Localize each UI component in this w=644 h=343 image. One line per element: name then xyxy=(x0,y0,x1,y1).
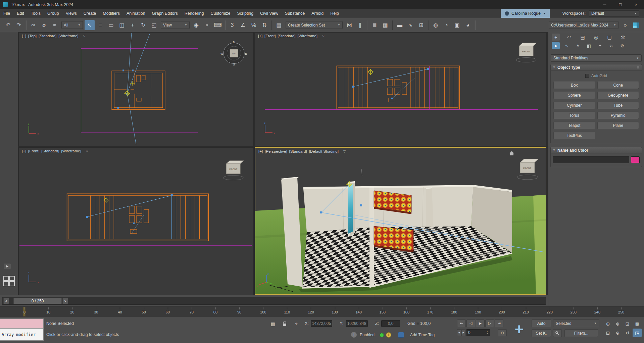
select-object-icon[interactable]: ↖ xyxy=(85,20,95,30)
transform-gizmo-marker[interactable] xyxy=(367,69,374,75)
next-frame-button[interactable]: > xyxy=(62,298,68,304)
workspace-layout-icon[interactable] xyxy=(631,20,641,30)
toggle-ribbon-icon[interactable]: ▬ xyxy=(395,20,405,30)
create-sphere-button[interactable]: Sphere xyxy=(553,92,595,99)
named-selection-dropdown[interactable]: Create Selection Set▼ xyxy=(286,21,343,29)
primitives-dropdown[interactable]: Standard Primitives ▼ xyxy=(551,54,642,62)
zoom-button[interactable]: ⊕ xyxy=(603,320,612,328)
key-selection-dropdown[interactable]: Selected ▼ xyxy=(553,320,599,327)
elevation-wireframe[interactable] xyxy=(67,194,209,241)
zoom-region-button[interactable]: ⊟ xyxy=(603,329,612,337)
curve-editor-icon[interactable]: ∿ xyxy=(405,20,415,30)
current-frame-field[interactable]: 0 ▲▼ xyxy=(466,329,490,336)
notification-badge[interactable]: 1 xyxy=(386,332,391,338)
plane-wireframe[interactable] xyxy=(81,49,198,133)
viewport-label-segment[interactable]: [Standard] xyxy=(278,34,295,38)
auto-key-button[interactable]: Auto xyxy=(532,320,551,327)
create-cone-button[interactable]: Cone xyxy=(597,82,639,89)
transform-gizmo-marker[interactable] xyxy=(124,90,130,96)
viewport-menu-button[interactable]: [+] xyxy=(258,34,262,38)
menu-create[interactable]: Create xyxy=(80,9,100,18)
create-cylinder-button[interactable]: Cylinder xyxy=(553,102,595,109)
cameras-category-icon[interactable]: ◧ xyxy=(585,42,593,49)
viewport-label-segment[interactable]: [Front] xyxy=(28,149,39,153)
transform-gizmo-marker[interactable] xyxy=(103,197,109,203)
redo-icon[interactable]: ↷ xyxy=(14,20,24,30)
create-pyramid-button[interactable]: Pyramid xyxy=(597,112,639,119)
viewport-filter-icon[interactable]: ▽ xyxy=(83,34,86,38)
elevation-wireframe[interactable] xyxy=(337,66,459,109)
compass-north[interactable]: N xyxy=(233,41,235,44)
menu-animation[interactable]: Animation xyxy=(123,9,149,18)
name-color-rollout-header[interactable]: ▼ Name and Color xyxy=(550,147,642,153)
viewcube[interactable]: FRONT xyxy=(516,43,537,62)
key-filter-icon[interactable] xyxy=(553,329,562,337)
systems-category-icon[interactable]: ⚙ xyxy=(618,42,626,49)
viewport-menu-button[interactable]: [+] xyxy=(22,34,26,38)
percent-snap-icon[interactable]: % xyxy=(249,20,259,30)
menu-edit[interactable]: Edit xyxy=(13,9,28,18)
perspective-viewport-canvas[interactable]: FRONT z x y xyxy=(255,148,546,294)
viewport-label-segment[interactable]: [Standard] xyxy=(289,149,307,153)
menu-scripting[interactable]: Scripting xyxy=(234,9,257,18)
utilities-tab-icon[interactable]: ⚒ xyxy=(619,34,627,41)
time-slider-track[interactable]: < 0 / 250 > xyxy=(2,297,546,305)
create-teapot-button[interactable]: Teapot xyxy=(553,122,595,129)
create-torus-button[interactable]: Torus xyxy=(553,112,595,119)
macro-recorder-pane[interactable] xyxy=(0,318,44,329)
menu-group[interactable]: Group xyxy=(44,9,62,18)
bind-to-space-warp-icon[interactable]: ≈ xyxy=(50,20,60,30)
enabled-indicator[interactable] xyxy=(380,333,384,337)
set-key-mode-button[interactable]: Set K. xyxy=(532,329,551,337)
orbit-button[interactable]: ↺ xyxy=(623,329,632,337)
viewport-menu-button[interactable]: [+] xyxy=(22,149,26,153)
create-tab-icon[interactable]: + xyxy=(552,34,560,41)
viewport-label-segment[interactable]: [Wireframe] xyxy=(58,34,78,38)
zoom-extents-all-button[interactable]: ⊠ xyxy=(633,320,642,328)
frame-step-forward-button[interactable]: ▶ xyxy=(461,329,465,336)
menu-graph-editors[interactable]: Graph Editors xyxy=(149,9,181,18)
add-time-tag[interactable]: Add Time Tag xyxy=(410,333,435,337)
create-tube-button[interactable]: Tube xyxy=(597,102,639,109)
x-coordinate-field[interactable]: 14372,005 xyxy=(311,320,332,327)
menu-civil-view[interactable]: Civil View xyxy=(257,9,282,18)
select-and-scale-icon[interactable]: ◱ xyxy=(149,20,159,30)
shapes-category-icon[interactable]: ∿ xyxy=(563,42,571,49)
front-viewport-canvas[interactable]: FRONT z x xyxy=(19,148,253,295)
menu-arnold[interactable]: Arnold xyxy=(308,9,327,18)
menu-substance[interactable]: Substance xyxy=(282,9,308,18)
user-account-button[interactable]: Carolina Roque ▼ xyxy=(501,9,550,18)
viewport-front-lower[interactable]: FRONT z x [+][Front][Standard][Wireframe… xyxy=(18,147,254,295)
menu-modifiers[interactable]: Modifiers xyxy=(99,9,123,18)
viewport-filter-icon[interactable]: ▽ xyxy=(86,149,88,153)
reference-coordinate-dropdown[interactable]: View▼ xyxy=(161,21,190,29)
expand-layout-tabs-button[interactable]: ▶ xyxy=(4,263,11,269)
rollout-pin-icon[interactable] xyxy=(637,66,640,69)
unlink-selection-icon[interactable]: ⌀ xyxy=(39,20,49,30)
object-type-rollout-header[interactable]: ▼ Object Type xyxy=(550,64,642,70)
top-viewport-canvas[interactable]: TOP N E S W y x xyxy=(19,33,253,146)
render-production-icon[interactable]: ◕ xyxy=(463,20,473,30)
select-and-link-icon[interactable]: ∞ xyxy=(28,20,38,30)
viewport-layout-icon[interactable] xyxy=(3,276,15,287)
absolute-mode-icon[interactable]: ⌖ xyxy=(292,320,301,328)
viewport-label-segment[interactable]: [Default Shading] xyxy=(309,149,339,153)
modify-tab-icon[interactable]: ◠ xyxy=(565,34,573,41)
window-crossing-icon[interactable]: ◫ xyxy=(117,20,127,30)
viewport-front-upper[interactable]: FRONT z x [+][Front][Standard][Wireframe… xyxy=(255,32,546,146)
object-name-field[interactable] xyxy=(553,156,629,163)
next-frame-button[interactable]: ▷ xyxy=(485,320,494,327)
rendered-frame-icon[interactable]: ▣ xyxy=(452,20,462,30)
toggle-scene-explorer-icon[interactable]: ≣ xyxy=(369,20,380,30)
maximize-button[interactable]: □ xyxy=(612,0,628,9)
more-tools-icon[interactable]: » xyxy=(620,20,630,30)
object-color-swatch[interactable] xyxy=(631,156,640,163)
zoom-all-button[interactable]: ⊛ xyxy=(613,320,622,328)
toggle-layer-explorer-icon[interactable]: ▦ xyxy=(380,20,390,30)
schematic-view-icon[interactable]: ⊞ xyxy=(416,20,426,30)
selection-lock-icon[interactable] xyxy=(280,320,289,328)
viewport-top[interactable]: TOP N E S W y x [+][Top][Standard][Wiref… xyxy=(18,32,254,146)
spacewarps-category-icon[interactable]: ≋ xyxy=(607,42,615,49)
play-button[interactable]: ▶ xyxy=(476,320,485,327)
edit-named-selections-icon[interactable]: ▤ xyxy=(274,20,284,30)
